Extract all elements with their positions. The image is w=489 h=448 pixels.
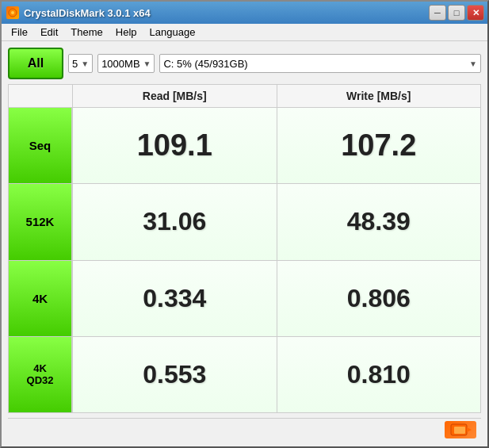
4kqd32-read-value: 0.553: [72, 337, 277, 412]
minimize-button[interactable]: ─: [429, 5, 446, 21]
4k-read-value: 0.334: [72, 261, 277, 336]
row-label-4k: 4K: [9, 261, 72, 336]
row-label-512k: 512K: [9, 184, 72, 259]
menu-help[interactable]: Help: [109, 25, 143, 40]
table-row-seq: Seq 109.1 107.2: [9, 108, 480, 184]
window-controls: ─ □ ✕: [429, 5, 484, 21]
seq-read-value: 109.1: [72, 108, 277, 183]
app-window: CrystalDiskMark 3.0.1 x64 ─ □ ✕ File Edi…: [0, 0, 489, 448]
runs-select[interactable]: 5 ▼: [68, 54, 93, 73]
title-bar-left: CrystalDiskMark 3.0.1 x64: [6, 6, 151, 19]
4k-write-value: 0.806: [277, 261, 481, 336]
header-empty: [9, 85, 72, 107]
window-title: CrystalDiskMark 3.0.1 x64: [24, 7, 151, 19]
benchmark-table: Read [MB/s] Write [MB/s] Seq 109.1 107.2…: [8, 84, 481, 413]
seq-write-value: 107.2: [277, 108, 481, 183]
table-row-4k: 4K 0.334 0.806: [9, 261, 480, 337]
drive-select[interactable]: C: 5% (45/931GB) ▼: [159, 54, 481, 73]
size-arrow: ▼: [143, 59, 151, 68]
header-write: Write [MB/s]: [277, 85, 481, 107]
drive-value: C: 5% (45/931GB): [163, 58, 247, 70]
row-label-seq: Seq: [9, 108, 72, 183]
runs-value: 5: [72, 58, 78, 70]
512k-read-value: 31.06: [72, 184, 277, 259]
4kqd32-write-value: 0.810: [277, 337, 481, 412]
menu-bar: File Edit Theme Help Language: [2, 24, 487, 41]
status-bar: [8, 418, 481, 440]
runs-arrow: ▼: [81, 59, 89, 68]
header-read: Read [MB/s]: [72, 85, 277, 107]
title-bar: CrystalDiskMark 3.0.1 x64 ─ □ ✕: [2, 2, 487, 24]
svg-rect-3: [454, 427, 465, 434]
app-icon: [6, 6, 19, 19]
512k-write-value: 48.39: [277, 184, 481, 259]
main-content: All 5 ▼ 1000MB ▼ C: 5% (45/931GB) ▼ Read…: [2, 41, 487, 446]
maximize-button[interactable]: □: [448, 5, 465, 21]
svg-point-1: [11, 11, 14, 14]
size-value: 1000MB: [101, 58, 139, 70]
menu-file[interactable]: File: [5, 25, 34, 40]
row-label-4kqd32: 4KQD32: [9, 337, 72, 412]
drive-arrow: ▼: [469, 59, 477, 68]
all-button[interactable]: All: [8, 48, 63, 79]
menu-edit[interactable]: Edit: [34, 25, 64, 40]
table-header: Read [MB/s] Write [MB/s]: [9, 85, 480, 108]
menu-theme[interactable]: Theme: [64, 25, 109, 40]
svg-marker-4: [467, 427, 472, 432]
status-icon: [445, 421, 476, 438]
table-row-512k: 512K 31.06 48.39: [9, 184, 480, 260]
menu-language[interactable]: Language: [143, 25, 202, 40]
toolbar: All 5 ▼ 1000MB ▼ C: 5% (45/931GB) ▼: [8, 48, 481, 79]
size-select[interactable]: 1000MB ▼: [97, 54, 155, 73]
table-row-4kqd32: 4KQD32 0.553 0.810: [9, 337, 480, 412]
close-button[interactable]: ✕: [467, 5, 484, 21]
